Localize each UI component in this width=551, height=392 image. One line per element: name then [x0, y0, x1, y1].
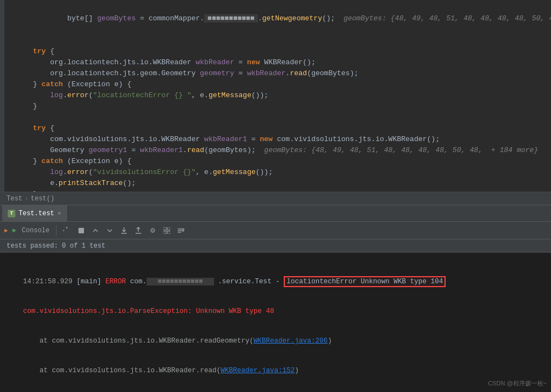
svg-rect-4	[167, 227, 170, 230]
debugger-label: ▶	[4, 227, 8, 234]
code-content: byte[] geomBytes = commonMapper.■■■■■■■■…	[0, 0, 551, 192]
scroll-up-button[interactable]	[89, 225, 102, 237]
tab-icon: T	[8, 210, 15, 217]
code-line: }	[0, 189, 551, 192]
code-line: com.vividsolutions.jts.io.WKBReader wkbR…	[0, 134, 551, 145]
stack-link[interactable]: WKBReader.java:206	[254, 337, 328, 345]
scroll-down-button[interactable]	[104, 225, 116, 237]
stop-button[interactable]	[75, 225, 87, 237]
breadcrumb-separator: ›	[25, 195, 29, 203]
svg-rect-5	[164, 231, 166, 234]
code-line	[0, 112, 551, 123]
code-line: e.printStackTrace();	[0, 178, 551, 189]
watermark: CSDN @程序媛一枚~	[488, 379, 547, 388]
svg-rect-0	[78, 228, 84, 233]
toolbar: ▶ ▶ Console	[0, 222, 551, 239]
rerun-button[interactable]	[61, 225, 73, 237]
code-line: }	[0, 101, 551, 112]
code-line: Geometry geometry1 = wkbReader1.read(geo…	[0, 145, 551, 156]
code-line: org.locationtech.jts.io.WKBReader wkbRea…	[0, 57, 551, 68]
tab-close-button[interactable]: ×	[58, 210, 61, 217]
code-line: try {	[0, 46, 551, 57]
grid-view-button[interactable]	[161, 225, 173, 237]
code-line	[0, 35, 551, 46]
import-button[interactable]	[118, 225, 130, 237]
test-status: tests passed: 0 of 1 test	[7, 242, 105, 250]
code-line: log.error("locationtechError {} ", e.get…	[0, 90, 551, 101]
stack-link[interactable]: WKBReader.java:152	[221, 367, 295, 374]
tab-bar: T Test.test ×	[0, 205, 551, 222]
console-error-line-1: 14:21:58.929 [main] ERROR com.■■■■■■■■■■…	[7, 267, 544, 296]
tab-test[interactable]: T Test.test ×	[2, 205, 67, 221]
code-line: try {	[0, 123, 551, 134]
code-line: } catch (Exception e) {	[0, 79, 551, 90]
console-exception-line: com.vividsolutions.jts.io.ParseException…	[7, 296, 544, 326]
code-editor: byte[] geomBytes = commonMapper.■■■■■■■■…	[0, 0, 551, 192]
stack-trace-line: at com.vividsolutions.jts.io.WKBReader.r…	[7, 356, 544, 385]
breadcrumb-item[interactable]: test()	[31, 195, 54, 203]
toolbar-actions: ⚙	[61, 225, 187, 237]
status-bar: tests passed: 0 of 1 test	[0, 239, 551, 253]
console-line	[7, 257, 544, 267]
svg-rect-3	[164, 227, 166, 230]
toolbar-left: ▶ ▶ Console	[4, 225, 58, 236]
code-line: byte[] geomBytes = commonMapper.■■■■■■■■…	[0, 2, 551, 35]
wrap-button[interactable]	[175, 225, 187, 237]
stack-trace-line: at com.vividsolutions.jts.io.WKBReader.r…	[7, 326, 544, 356]
svg-rect-6	[167, 231, 170, 234]
breadcrumb: Test › test()	[0, 192, 551, 205]
toolbar-divider	[56, 225, 57, 236]
settings-button[interactable]: ⚙	[147, 225, 159, 237]
console-output[interactable]: 14:21:58.929 [main] ERROR com.■■■■■■■■■■…	[0, 253, 551, 392]
code-line: } catch (Exception e) {	[0, 156, 551, 167]
code-line: org.locationtech.jts.geom.Geometry geome…	[0, 68, 551, 79]
stack-trace-line: at com.vividsolutions.jts.io.WKBReader.r…	[7, 385, 544, 392]
code-line: log.error("vividsolutionsError {}", e.ge…	[0, 167, 551, 178]
run-icon: ▶	[13, 226, 16, 234]
console-label: Console	[19, 227, 53, 234]
tab-label: Test.test	[19, 210, 54, 217]
breadcrumb-item[interactable]: Test	[7, 195, 23, 203]
export-button[interactable]	[132, 225, 144, 237]
